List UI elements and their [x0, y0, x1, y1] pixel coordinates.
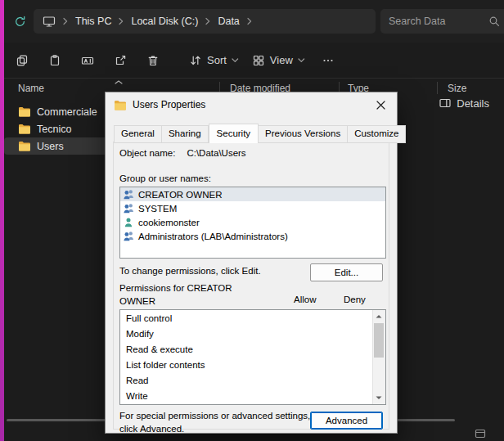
dialog-title-bar: Users Properties: [106, 92, 397, 117]
users-properties-dialog: Users Properties General Sharing Securit…: [105, 92, 398, 434]
view-toggle-icon[interactable]: [475, 429, 486, 439]
file-row-tecnico[interactable]: Tecnico: [4, 120, 111, 137]
advanced-button[interactable]: Advanced: [310, 412, 383, 430]
object-name-label: Object name:: [119, 148, 175, 158]
folder-icon: [18, 124, 31, 134]
chevron-down-icon: [232, 58, 239, 63]
permission-list-folder-contents: List folder contents: [120, 357, 385, 372]
breadcrumb-this-pc[interactable]: This PC: [75, 16, 111, 27]
object-name-value: C:\Data\Users: [187, 148, 245, 158]
paste-button[interactable]: [38, 47, 71, 74]
screen: This PC Local Disk (C:) Data Search Data: [0, 0, 504, 441]
sort-icon: [189, 54, 202, 67]
permission-name: List folder contents: [126, 360, 205, 370]
permission-name: Read: [126, 376, 149, 385]
group-icon: [123, 189, 134, 200]
file-list: Commerciale Tecnico Users: [4, 103, 112, 155]
permission-write: Write: [120, 388, 385, 403]
column-header-name[interactable]: Name: [18, 83, 44, 94]
dialog-title: Users Properties: [133, 99, 205, 110]
file-name: Tecnico: [37, 124, 71, 135]
rename-button[interactable]: [71, 47, 104, 74]
permission-read: Read: [120, 372, 385, 388]
view-label: View: [270, 54, 293, 66]
permission-name: Write: [126, 391, 148, 401]
tab-general[interactable]: General: [114, 125, 162, 143]
sort-button[interactable]: Sort: [182, 47, 245, 74]
command-toolbar: Sort View Details: [4, 43, 504, 79]
share-button[interactable]: [104, 47, 137, 74]
permissions-scrollbar[interactable]: [372, 310, 385, 404]
column-divider[interactable]: [437, 82, 438, 94]
folder-icon: [114, 100, 127, 110]
chevron-right-icon[interactable]: [247, 17, 252, 25]
principal-creator-owner[interactable]: CREATOR OWNER: [120, 187, 385, 201]
permission-read-execute: Read & execute: [120, 341, 385, 357]
address-bar[interactable]: This PC Local Disk (C:) Data: [34, 9, 376, 34]
permissions-list: Full control Modify Read & execute List …: [119, 309, 386, 405]
share-icon: [114, 54, 127, 67]
group-names-label: Group or user names:: [119, 173, 211, 183]
user-icon: [123, 217, 134, 227]
breadcrumb-data[interactable]: Data: [218, 16, 239, 27]
breadcrumb-local-disk-c[interactable]: Local Disk (C:): [131, 16, 198, 27]
file-name: Users: [37, 141, 64, 152]
tab-previous-versions[interactable]: Previous Versions: [259, 125, 348, 143]
chevron-down-icon: [298, 58, 305, 63]
this-pc-icon: [43, 16, 56, 28]
deny-column-header: Deny: [344, 295, 366, 304]
scrollbar-thumb[interactable]: [374, 323, 384, 358]
refresh-button[interactable]: [9, 11, 30, 32]
file-row-commerciale[interactable]: Commerciale: [4, 103, 111, 120]
group-user-list: CREATOR OWNER SYSTEM cookiemonster: [119, 187, 386, 259]
advanced-hint-text: For special permissions or advanced sett…: [119, 410, 320, 435]
paste-icon: [48, 54, 61, 67]
principal-system[interactable]: SYSTEM: [120, 201, 385, 215]
folder-icon: [18, 106, 31, 117]
close-button[interactable]: [366, 93, 395, 116]
principal-cookiemonster[interactable]: cookiemonster: [120, 215, 385, 229]
principal-name: cookiemonster: [138, 218, 200, 227]
view-button[interactable]: View: [245, 47, 312, 74]
explorer-topbar: This PC Local Disk (C:) Data Search Data: [4, 0, 504, 43]
security-tab-page: Object name: C:\Data\Users Group or user…: [113, 142, 389, 430]
tab-security[interactable]: Security: [209, 124, 259, 143]
chevron-right-icon[interactable]: [63, 17, 68, 25]
delete-button[interactable]: [137, 47, 169, 74]
copy-icon: [16, 54, 29, 67]
permission-name: Modify: [126, 329, 154, 339]
trash-icon: [146, 54, 160, 67]
principal-administrators[interactable]: Administrators (LAB\Administrators): [120, 229, 385, 243]
allow-column-header: Allow: [294, 295, 316, 304]
tab-customize[interactable]: Customize: [348, 125, 406, 143]
column-header-size[interactable]: Size: [448, 83, 466, 94]
permissions-for-label: Permissions for CREATOR OWNER: [119, 282, 254, 308]
close-icon: [376, 101, 385, 110]
edit-button[interactable]: Edit...: [310, 263, 383, 281]
folder-icon: [18, 141, 31, 151]
permission-full-control: Full control: [120, 310, 385, 326]
group-icon: [123, 231, 134, 241]
details-label: Details: [457, 97, 489, 110]
file-row-users[interactable]: Users: [4, 137, 111, 155]
more-options-button[interactable]: [312, 47, 344, 74]
tab-sharing[interactable]: Sharing: [162, 125, 209, 143]
copy-button[interactable]: [6, 47, 38, 74]
rename-icon: [81, 54, 94, 67]
view-icon: [252, 54, 265, 67]
refresh-icon: [13, 15, 27, 29]
principal-name: CREATOR OWNER: [138, 190, 222, 200]
principal-name: SYSTEM: [138, 204, 177, 214]
chevron-right-icon[interactable]: [205, 17, 210, 25]
file-name: Commerciale: [37, 106, 97, 118]
search-box[interactable]: Search Data: [380, 9, 504, 34]
sort-label: Sort: [207, 54, 227, 66]
scroll-up-icon[interactable]: [373, 310, 385, 322]
search-placeholder: Search Data: [389, 16, 445, 27]
chevron-right-icon[interactable]: [119, 17, 124, 25]
search-icon[interactable]: [488, 16, 500, 27]
group-icon: [123, 203, 134, 214]
permission-name: Read & execute: [126, 344, 193, 354]
scroll-down-icon[interactable]: [373, 392, 385, 404]
details-pane-icon: [439, 97, 452, 110]
